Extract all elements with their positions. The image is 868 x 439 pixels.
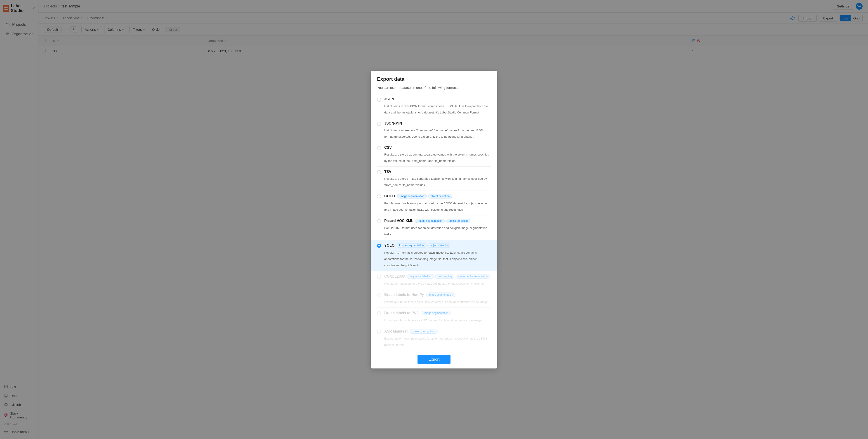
format-content-coco: COCO image segmentation object detection… xyxy=(384,194,491,212)
modal-title: Export data xyxy=(377,76,404,82)
format-item-brush-numpy[interactable]: Brush labels to NumPy image segmentation… xyxy=(377,289,491,308)
format-name-brush-numpy: Brush labels to NumPy xyxy=(384,293,424,297)
format-name-asr: ASR Manifest xyxy=(384,330,408,334)
format-name-brush-png: Brush labels to PNG xyxy=(384,311,419,315)
modal-body: You can export dataset in one of the fol… xyxy=(371,86,497,350)
format-content-csv: CSV Results are stored as comma-separate… xyxy=(384,146,491,163)
format-desc-yolo: Popular TXT format is created for each i… xyxy=(384,251,477,267)
format-item-json[interactable]: JSON List of items in raw JSON format st… xyxy=(377,94,491,118)
format-name-json-min: JSON-MIN xyxy=(384,121,402,125)
format-content-json: JSON List of items in raw JSON format st… xyxy=(384,97,491,115)
format-content-conll2003: CONLL2003 sequence labeling text tagging… xyxy=(384,274,491,286)
pascal-tag-segmentation: image segmentation xyxy=(415,219,445,223)
modal-footer: Export xyxy=(371,350,497,369)
radio-json[interactable] xyxy=(377,98,381,102)
format-item-json-min[interactable]: JSON-MIN List of items where only "from_… xyxy=(377,118,491,143)
format-name-yolo: YOLO xyxy=(384,244,395,248)
format-name-tsv: TSV xyxy=(384,170,391,174)
format-content-brush-png: Brush labels to PNG image segmentation E… xyxy=(384,311,491,322)
format-item-yolo[interactable]: YOLO image segmentation object detection… xyxy=(371,240,497,271)
radio-asr[interactable] xyxy=(377,330,381,334)
format-item-csv[interactable]: CSV Results are stored as comma-separate… xyxy=(377,143,491,166)
conll-tag-text: text tagging xyxy=(435,274,454,279)
format-name-csv: CSV xyxy=(384,146,392,150)
export-confirm-button[interactable]: Export xyxy=(417,355,450,364)
format-name-coco: COCO xyxy=(384,194,395,198)
yolo-tag-detection: object detection xyxy=(428,243,452,248)
brush-png-tag-seg: image segmentation xyxy=(422,311,451,315)
asr-tag-speech: speech recognition xyxy=(410,329,438,334)
asr-tags: speech recognition xyxy=(410,329,438,334)
format-item-conll2003[interactable]: CONLL2003 sequence labeling text tagging… xyxy=(377,271,491,289)
format-name-conll2003: CONLL2003 xyxy=(384,275,405,279)
format-desc-csv: Results are stored as comma-separated va… xyxy=(384,153,489,162)
format-desc-json: List of items in raw JSON format stored … xyxy=(384,104,488,114)
radio-brush-png[interactable] xyxy=(377,311,381,315)
modal-header: Export data × xyxy=(371,71,497,86)
coco-tag-segmentation: image segmentation xyxy=(397,194,427,198)
format-content-yolo: YOLO image segmentation object detection… xyxy=(384,243,491,268)
radio-json-min[interactable] xyxy=(377,122,381,126)
format-item-coco[interactable]: COCO image segmentation object detection… xyxy=(377,191,491,215)
format-desc-asr: Export audio transcription labels for au… xyxy=(384,337,487,347)
yolo-tags: image segmentation object detection xyxy=(397,243,452,248)
yolo-tag-segmentation: image segmentation xyxy=(397,243,426,248)
format-item-tsv[interactable]: TSV Results are stored in tab-separated … xyxy=(377,166,491,191)
format-name-pascal-voc: Pascal VOC XML xyxy=(384,219,413,223)
conll-tag-ner: named entity recognition xyxy=(456,274,490,279)
conll-tags: sequence labeling text tagging named ent… xyxy=(407,274,490,279)
pascal-tags: image segmentation object detection xyxy=(415,219,470,223)
format-desc-conll2003: Popular format used for the CoNLL-2003 n… xyxy=(384,282,485,285)
format-desc-tsv: Results are stored in tab-separated tabu… xyxy=(384,177,487,187)
radio-csv[interactable] xyxy=(377,146,381,150)
modal-close-button[interactable]: × xyxy=(488,76,491,82)
format-content-pascal-voc: Pascal VOC XML image segmentation object… xyxy=(384,219,491,237)
format-item-asr[interactable]: ASR Manifest speech recognition Export a… xyxy=(377,326,491,350)
format-content-tsv: TSV Results are stored in tab-separated … xyxy=(384,170,491,187)
format-desc-pascal-voc: Popular XML format used for object detec… xyxy=(384,226,487,236)
pascal-tag-detection: object detection xyxy=(446,219,470,223)
format-desc-brush-numpy: Export your brush labels as NumPy 2d arr… xyxy=(384,300,489,304)
modal-overlay[interactable]: Export data × You can export dataset in … xyxy=(0,0,868,439)
format-name-json: JSON xyxy=(384,97,394,101)
coco-tag-detection: object detection xyxy=(428,194,452,198)
format-item-brush-png[interactable]: Brush labels to PNG image segmentation E… xyxy=(377,308,491,326)
coco-tags: image segmentation object detection xyxy=(397,194,452,198)
format-content-json-min: JSON-MIN List of items where only "from_… xyxy=(384,121,491,139)
modal-subtitle: You can export dataset in one of the fol… xyxy=(377,86,491,90)
brush-numpy-tag-seg: image segmentation xyxy=(426,292,456,297)
conll-tag-seq: sequence labeling xyxy=(407,274,434,279)
radio-brush-numpy[interactable] xyxy=(377,293,381,297)
format-desc-json-min: List of items where only "from_name", "t… xyxy=(384,129,483,138)
brush-png-tags: image segmentation xyxy=(422,311,451,315)
format-content-brush-numpy: Brush labels to NumPy image segmentation… xyxy=(384,292,491,304)
format-desc-coco: Popular machine learning format used by … xyxy=(384,201,489,211)
export-modal: Export data × You can export dataset in … xyxy=(371,71,497,369)
format-item-pascal-voc[interactable]: Pascal VOC XML image segmentation object… xyxy=(377,215,491,240)
format-desc-brush-png: Export your brush labels as PNG images. … xyxy=(384,318,483,322)
format-content-asr: ASR Manifest speech recognition Export a… xyxy=(384,329,491,347)
brush-numpy-tags: image segmentation xyxy=(426,292,456,297)
radio-tsv[interactable] xyxy=(377,170,381,174)
radio-pascal-voc[interactable] xyxy=(377,219,381,223)
radio-conll2003[interactable] xyxy=(377,275,381,279)
radio-yolo[interactable] xyxy=(377,244,381,248)
radio-coco[interactable] xyxy=(377,194,381,198)
